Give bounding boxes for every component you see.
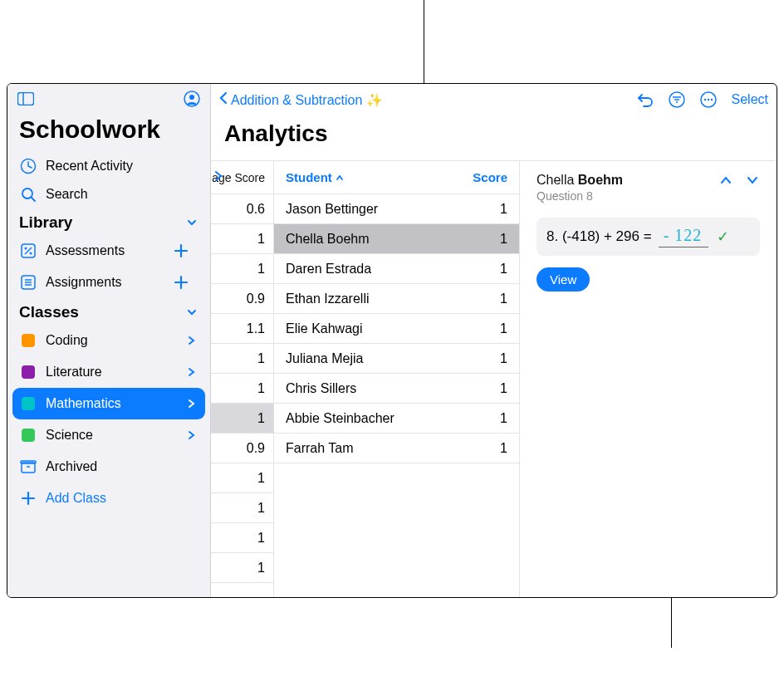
more-icon[interactable]: [700, 91, 717, 108]
student-sort-button[interactable]: Student: [286, 170, 344, 184]
class-icon: [19, 331, 37, 350]
student-row-name: Jason Bettinger: [286, 202, 378, 217]
student-row-score: 1: [500, 292, 507, 306]
student-row[interactable]: Chris Sillers1: [274, 374, 519, 404]
student-row-name: Farrah Tam: [286, 441, 354, 456]
score-cell[interactable]: 1: [211, 224, 273, 254]
svg-rect-22: [22, 429, 35, 442]
class-label: Mathematics: [46, 396, 121, 411]
svg-rect-21: [22, 397, 35, 410]
student-row[interactable]: Juliana Mejia1: [274, 344, 519, 374]
score-cell[interactable]: 1: [211, 493, 273, 523]
question-label: Question 8: [537, 189, 623, 203]
class-icon: [19, 426, 37, 444]
chevron-right-icon: [187, 430, 198, 440]
sidebar-search[interactable]: Search: [7, 180, 210, 208]
question-prompt: 8. (-418) + 296 =: [546, 228, 652, 245]
sidebar-recent-activity[interactable]: Recent Activity: [7, 152, 210, 180]
view-button[interactable]: View: [537, 267, 590, 292]
svg-rect-0: [18, 93, 34, 105]
svg-point-34: [707, 99, 708, 100]
prev-question-button[interactable]: [718, 173, 733, 188]
student-row-score: 1: [500, 411, 507, 426]
sidebar-class-coding[interactable]: Coding: [12, 325, 205, 356]
sidebar: Schoolwork Recent Activity Search Librar…: [7, 84, 211, 597]
detail-panel: Chella Boehm Question 8 8. (-418) + 296: [520, 161, 777, 597]
sidebar-assessments[interactable]: Assessments: [12, 235, 205, 267]
svg-rect-19: [22, 334, 35, 347]
account-icon[interactable]: [184, 91, 200, 110]
chevron-right-icon: [187, 336, 198, 345]
back-button[interactable]: Addition & Subtraction ✨: [219, 91, 383, 108]
student-row[interactable]: Elie Kahwagi1: [274, 314, 519, 344]
page-title: Analytics: [211, 115, 777, 160]
chevron-right-icon[interactable]: [214, 170, 223, 184]
score-cell[interactable]: 1: [211, 404, 273, 434]
sidebar-assignments[interactable]: Assignments: [12, 267, 205, 298]
sidebar-class-mathematics[interactable]: Mathematics: [12, 388, 205, 419]
svg-point-35: [710, 99, 712, 100]
score-cell[interactable]: 1: [211, 523, 273, 553]
svg-point-5: [22, 189, 32, 198]
student-answer: - 122: [659, 226, 709, 247]
svg-point-8: [25, 247, 27, 250]
plus-icon[interactable]: [172, 242, 190, 260]
sidebar-class-literature[interactable]: Literature: [12, 356, 205, 388]
plus-icon[interactable]: [172, 273, 190, 292]
clock-icon: [19, 157, 37, 175]
student-row[interactable]: Abbie Steinbacher1: [274, 404, 519, 434]
score-cell[interactable]: 1: [211, 374, 273, 404]
student-row-score: 1: [500, 262, 507, 277]
sidebar-toggle-icon[interactable]: [17, 92, 34, 109]
next-question-button[interactable]: [745, 173, 760, 188]
score-cell[interactable]: 1.1: [211, 314, 273, 344]
chevron-right-icon: [187, 367, 198, 377]
student-row[interactable]: Farrah Tam1: [274, 434, 519, 463]
score-cell[interactable]: 0.9: [211, 434, 273, 463]
class-icon: [19, 394, 37, 413]
sort-asc-icon: [336, 174, 344, 182]
topbar: Addition & Subtraction ✨ Select: [211, 84, 777, 115]
sidebar-add-class[interactable]: Add Class: [12, 483, 205, 514]
answer-box: 8. (-418) + 296 = - 122 ✓: [537, 218, 760, 256]
score-cell[interactable]: 0.9: [211, 284, 273, 314]
svg-point-33: [703, 99, 705, 100]
sidebar-archived[interactable]: Archived: [12, 451, 205, 483]
student-row-name: Elie Kahwagi: [286, 321, 363, 336]
score-cell[interactable]: 0.6: [211, 194, 273, 224]
sidebar-library-header[interactable]: Library: [7, 208, 210, 235]
score-sort-button[interactable]: Score: [473, 170, 507, 184]
archive-icon: [19, 458, 37, 476]
filter-icon[interactable]: [669, 91, 685, 108]
score-column: age Score 0.6110.91.11110.91111: [211, 161, 274, 597]
student-row-score: 1: [500, 381, 507, 396]
chevron-down-icon: [187, 218, 198, 228]
student-row-score: 1: [500, 441, 507, 456]
student-row-score: 1: [500, 321, 507, 336]
student-row-name: Daren Estrada: [286, 262, 371, 277]
student-column: Student Score Jason Bettinger1Chella Boe…: [274, 161, 520, 597]
student-row[interactable]: Daren Estrada1: [274, 254, 519, 284]
student-row[interactable]: Chella Boehm1: [274, 224, 519, 254]
undo-icon[interactable]: [637, 91, 654, 108]
percent-icon: [19, 242, 37, 260]
student-name: Chella Boehm: [537, 173, 623, 188]
student-row-name: Abbie Steinbacher: [286, 411, 394, 426]
select-button[interactable]: Select: [732, 92, 768, 107]
student-row[interactable]: Jason Bettinger1: [274, 194, 519, 224]
svg-line-6: [32, 198, 35, 201]
student-row-name: Ethan Izzarelli: [286, 292, 370, 306]
search-icon: [19, 185, 37, 203]
score-cell[interactable]: 1: [211, 463, 273, 493]
class-icon: [19, 363, 37, 381]
sidebar-class-science[interactable]: Science: [12, 419, 205, 451]
score-cell[interactable]: 1: [211, 553, 273, 583]
student-row-name: Chris Sillers: [286, 381, 356, 396]
svg-rect-20: [22, 365, 35, 379]
sidebar-classes-header[interactable]: Classes: [7, 298, 210, 325]
student-row[interactable]: Ethan Izzarelli1: [274, 284, 519, 314]
back-label: Addition & Subtraction ✨: [231, 92, 383, 108]
score-cell[interactable]: 1: [211, 344, 273, 374]
class-label: Coding: [46, 333, 88, 348]
score-cell[interactable]: 1: [211, 254, 273, 284]
